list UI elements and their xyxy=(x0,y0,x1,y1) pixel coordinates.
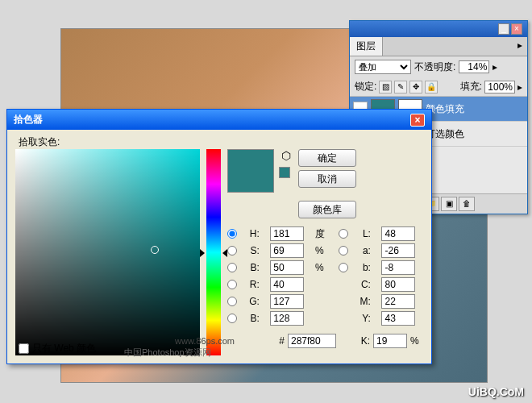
unit-b: % xyxy=(315,262,328,273)
lock-all-icon[interactable]: 🔒 xyxy=(425,81,438,93)
radio-b[interactable] xyxy=(227,263,237,272)
opacity-input[interactable] xyxy=(459,60,489,73)
radio-r[interactable] xyxy=(227,280,237,289)
unit-h: 度 xyxy=(315,227,328,241)
label-c: C: xyxy=(360,279,371,290)
input-m[interactable] xyxy=(381,294,415,309)
input-bb[interactable] xyxy=(381,260,415,275)
hex-label: # xyxy=(279,335,285,347)
web-only-checkbox-row: 只有 Web 颜色 xyxy=(19,342,96,355)
hue-slider[interactable] xyxy=(206,149,221,355)
lock-transparency-icon[interactable]: ▨ xyxy=(379,81,392,93)
radio-bl[interactable] xyxy=(227,314,237,323)
lock-row: 锁定: ▨ ✎ ✥ 🔒 填充: ▸ xyxy=(350,77,527,97)
label-m: M: xyxy=(360,296,371,307)
label-bb: b: xyxy=(360,262,371,273)
color-picker-dialog: 拾色器 × 拾取实色: ⬡ 确定 取消 xyxy=(6,109,432,364)
label-g: G: xyxy=(248,296,260,307)
blend-row: 叠加 不透明度: ▸ xyxy=(350,56,527,77)
radio-g[interactable] xyxy=(227,297,237,306)
ok-button[interactable]: 确定 xyxy=(298,149,356,167)
input-bl[interactable] xyxy=(270,311,304,326)
watermark-brand: UiBQ.CoM xyxy=(468,385,524,398)
label-b: B: xyxy=(248,262,260,273)
watermark-url: www.86ps.com xyxy=(175,336,235,346)
watermark-text: 中国Photoshop资源网 xyxy=(124,347,211,359)
lock-paint-icon[interactable]: ✎ xyxy=(394,81,407,93)
input-hex[interactable] xyxy=(288,334,336,348)
opacity-label: 不透明度: xyxy=(414,60,455,74)
blend-mode-select[interactable]: 叠加 xyxy=(355,60,411,74)
fill-input[interactable] xyxy=(484,81,515,93)
hue-marker-left-icon xyxy=(200,249,205,257)
picker-title: 拾色器 xyxy=(14,113,43,127)
input-h[interactable] xyxy=(270,226,304,241)
web-only-checkbox[interactable] xyxy=(19,343,29,354)
unit-s: % xyxy=(315,245,328,256)
input-y[interactable] xyxy=(381,311,415,326)
trash-icon[interactable]: 🗑 xyxy=(459,197,475,211)
lock-position-icon[interactable]: ✥ xyxy=(409,81,422,93)
label-a: a: xyxy=(360,245,371,256)
radio-s[interactable] xyxy=(227,246,237,256)
cancel-button[interactable]: 取消 xyxy=(298,170,356,188)
label-bl: B: xyxy=(248,313,260,324)
input-a[interactable] xyxy=(381,243,415,258)
input-g[interactable] xyxy=(270,294,304,309)
color-field-marker xyxy=(151,246,159,254)
color-values-grid: H:度 L: S:% a: B:% b: R: C: G: M: B: Y: xyxy=(227,226,423,326)
close-icon[interactable]: × xyxy=(511,23,522,35)
input-l[interactable] xyxy=(381,226,415,241)
input-b[interactable] xyxy=(270,260,304,275)
label-y: Y: xyxy=(360,313,371,324)
radio-bb[interactable] xyxy=(339,263,348,272)
label-s: S: xyxy=(248,245,260,256)
pick-solid-label: 拾取实色: xyxy=(19,135,60,149)
lock-label: 锁定: xyxy=(355,80,376,93)
label-k: K: xyxy=(359,335,370,347)
gamut-swatch[interactable] xyxy=(279,167,290,178)
gamut-warning-icon[interactable]: ⬡ xyxy=(279,149,293,164)
panel-menu-icon[interactable]: ▸ xyxy=(513,37,527,56)
label-l: L: xyxy=(360,228,371,239)
input-r[interactable] xyxy=(270,277,304,292)
label-h: H: xyxy=(248,228,260,239)
picker-titlebar[interactable]: 拾色器 × xyxy=(7,110,431,130)
input-k[interactable] xyxy=(373,334,407,348)
input-c[interactable] xyxy=(381,277,415,292)
color-library-button[interactable]: 颜色库 xyxy=(298,201,356,218)
radio-a[interactable] xyxy=(339,246,348,256)
color-field[interactable] xyxy=(15,149,200,355)
fill-arrow-icon[interactable]: ▸ xyxy=(517,81,522,93)
opacity-arrow-icon[interactable]: ▸ xyxy=(493,61,497,73)
layers-tabs: 图层 ▸ xyxy=(350,37,527,56)
label-r: R: xyxy=(248,279,260,290)
new-layer-icon[interactable]: ▣ xyxy=(441,197,457,211)
color-swatch-new xyxy=(227,149,274,193)
fill-label: 填充: xyxy=(460,80,482,93)
web-only-label: 只有 Web 颜色 xyxy=(32,342,96,355)
close-icon[interactable]: × xyxy=(410,114,425,127)
unit-k: % xyxy=(410,335,423,347)
tab-layers[interactable]: 图层 xyxy=(350,37,383,56)
radio-l[interactable] xyxy=(339,229,348,239)
layers-panel-titlebar[interactable]: _ × xyxy=(350,21,527,37)
input-s[interactable] xyxy=(270,243,304,258)
radio-h[interactable] xyxy=(227,229,237,239)
hue-marker-right-icon xyxy=(222,249,227,257)
minimize-icon[interactable]: _ xyxy=(498,23,509,35)
